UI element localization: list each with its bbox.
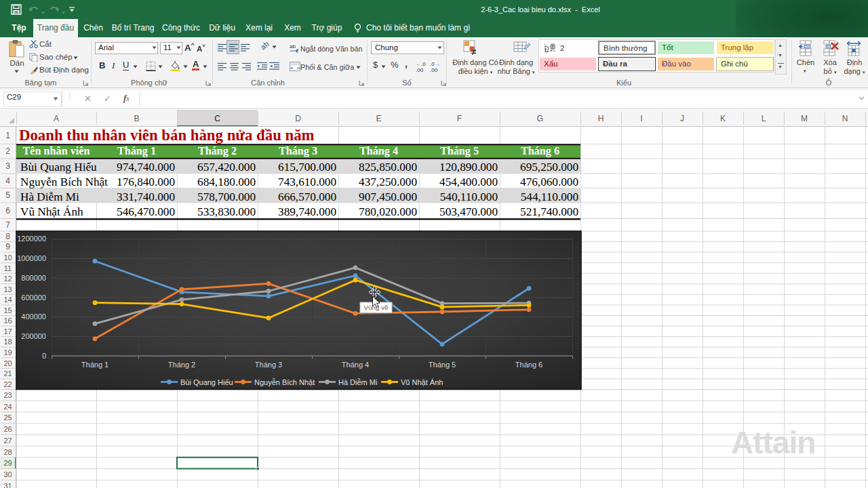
svg-text:1200000: 1200000 [17, 235, 46, 243]
svg-text:Nguyễn Bích Nhật: Nguyễn Bích Nhật [254, 378, 315, 386]
svg-text:31: 31 [3, 482, 12, 488]
svg-text:907,450.000: 907,450.000 [359, 190, 417, 203]
svg-text:F: F [457, 114, 462, 123]
svg-text:521,740.000: 521,740.000 [520, 205, 578, 218]
svg-text:26: 26 [3, 425, 12, 433]
svg-text:27: 27 [3, 436, 12, 445]
svg-text:Tháng 4: Tháng 4 [359, 145, 398, 157]
svg-text:Tháng 6: Tháng 6 [515, 361, 542, 369]
svg-text:3: 3 [5, 161, 10, 171]
svg-text:546,470.000: 546,470.000 [117, 205, 175, 218]
svg-text:Bùi Quang Hiếu: Bùi Quang Hiếu [20, 161, 97, 174]
svg-text:G: G [537, 114, 543, 123]
svg-text:600000: 600000 [21, 293, 46, 302]
svg-text:Tháng 3: Tháng 3 [255, 361, 282, 369]
svg-text:16: 16 [3, 317, 12, 325]
svg-text:8: 8 [5, 232, 10, 241]
svg-text:Tháng 1: Tháng 1 [81, 361, 108, 369]
svg-text:Vũ Nhật Ánh: Vũ Nhật Ánh [401, 378, 443, 386]
svg-text:Doanh thu nhân viên bán hàng n: Doanh thu nhân viên bán hàng nửa đầu năm [19, 127, 315, 144]
svg-text:Tháng 2: Tháng 2 [168, 361, 195, 369]
svg-text:B: B [134, 114, 139, 123]
svg-text:540,110.000: 540,110.000 [440, 190, 498, 203]
svg-text:7: 7 [5, 220, 10, 230]
svg-text:25: 25 [3, 413, 12, 422]
svg-text:544,110.000: 544,110.000 [521, 190, 578, 203]
svg-text:ab: ab [290, 43, 296, 49]
svg-text:E: E [376, 114, 381, 123]
svg-text:11: 11 [4, 264, 12, 272]
svg-text:N: N [842, 114, 848, 123]
svg-text:H: H [598, 114, 604, 123]
svg-text:13: 13 [3, 285, 12, 293]
svg-text:695,250.000: 695,250.000 [520, 161, 578, 174]
svg-text:Tháng 6: Tháng 6 [521, 145, 559, 157]
svg-text:0: 0 [42, 352, 46, 360]
svg-text:200000: 200000 [21, 332, 46, 340]
svg-text:30: 30 [3, 470, 12, 479]
svg-text:476,060.000: 476,060.000 [520, 176, 578, 188]
svg-text:2: 2 [560, 44, 564, 52]
svg-text:1: 1 [5, 131, 10, 140]
svg-text:331,740.000: 331,740.000 [117, 190, 175, 203]
svg-text:684,180.000: 684,180.000 [197, 176, 256, 188]
svg-text:176,840.000: 176,840.000 [117, 176, 175, 188]
svg-text:Bùi Quang Hiếu: Bùi Quang Hiếu [180, 378, 233, 386]
svg-text:D: D [295, 114, 301, 123]
svg-text:Hà Diễm Mi: Hà Diễm Mi [20, 190, 79, 203]
svg-text:533,830.000: 533,830.000 [197, 205, 256, 218]
svg-text:Tháng 5: Tháng 5 [440, 145, 479, 157]
svg-text:Tháng 2: Tháng 2 [198, 145, 237, 157]
svg-text:21: 21 [3, 369, 12, 378]
svg-text:J: J [680, 114, 684, 123]
svg-text:615,700.000: 615,700.000 [278, 161, 336, 174]
svg-text:A: A [54, 114, 59, 123]
svg-text:≠: ≠ [471, 47, 476, 56]
svg-text:18: 18 [3, 338, 12, 346]
svg-text:24: 24 [3, 403, 12, 411]
svg-text:K: K [720, 114, 726, 123]
svg-text:2: 2 [5, 146, 10, 156]
svg-text:19: 19 [3, 348, 12, 357]
svg-text:Vũ Nhật Ánh: Vũ Nhật Ánh [20, 205, 83, 218]
svg-text:C: C [214, 114, 220, 123]
svg-text:10: 10 [3, 253, 12, 262]
svg-text:Nguyễn Bích Nhật: Nguyễn Bích Nhật [20, 176, 108, 188]
svg-text:L: L [762, 114, 766, 123]
svg-text:825,850.000: 825,850.000 [359, 161, 417, 174]
svg-text:780,020.000: 780,020.000 [359, 205, 417, 218]
svg-text:Tháng 1: Tháng 1 [117, 145, 156, 157]
svg-text:Hà Diễm Mi: Hà Diễm Mi [338, 378, 377, 386]
svg-text:I: I [640, 114, 642, 123]
svg-text:4: 4 [5, 176, 10, 186]
svg-text:1000000: 1000000 [17, 254, 46, 262]
svg-text:666,570.000: 666,570.000 [278, 190, 336, 203]
svg-text:400000: 400000 [21, 312, 46, 321]
svg-text:Tháng 3: Tháng 3 [279, 145, 317, 157]
svg-text:23: 23 [3, 391, 12, 399]
svg-text:28: 28 [3, 448, 12, 456]
svg-text:Attain: Attain [731, 425, 815, 460]
svg-text:22: 22 [3, 380, 12, 388]
svg-text:6: 6 [5, 206, 10, 216]
svg-text:Tên nhân viên: Tên nhân viên [23, 145, 90, 157]
svg-text:M: M [801, 114, 808, 123]
svg-text:5: 5 [5, 190, 10, 200]
svg-text:Tháng 4: Tháng 4 [342, 361, 369, 369]
svg-text:657,420.000: 657,420.000 [197, 161, 256, 174]
svg-text:503,470.000: 503,470.000 [439, 205, 498, 218]
svg-text:800000: 800000 [21, 274, 46, 282]
svg-text:389,740.000: 389,740.000 [278, 205, 336, 218]
svg-text:974,740.000: 974,740.000 [117, 161, 175, 174]
svg-text:437,250.000: 437,250.000 [359, 176, 417, 188]
svg-text:Tháng 5: Tháng 5 [429, 361, 456, 369]
svg-text:9: 9 [5, 242, 10, 251]
svg-text:12: 12 [3, 274, 12, 283]
svg-text:120,890.000: 120,890.000 [439, 161, 498, 174]
svg-text:578,700.000: 578,700.000 [197, 190, 256, 203]
svg-text:15: 15 [3, 306, 12, 314]
svg-text:20: 20 [3, 359, 12, 367]
svg-text:29: 29 [3, 459, 12, 467]
svg-text:454,400.000: 454,400.000 [439, 176, 498, 188]
svg-text:17: 17 [3, 327, 12, 336]
